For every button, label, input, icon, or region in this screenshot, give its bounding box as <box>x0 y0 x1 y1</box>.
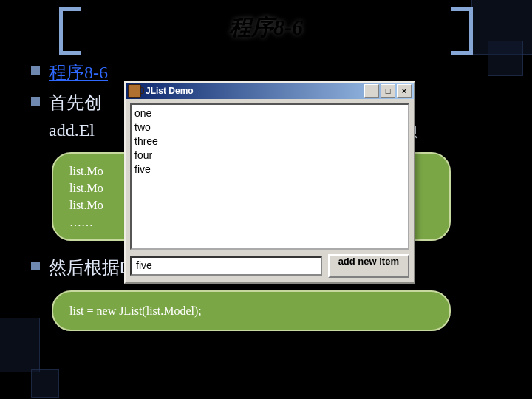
list-item[interactable]: four <box>134 149 405 163</box>
maximize-button[interactable]: □ <box>381 84 395 98</box>
list-item[interactable]: two <box>134 120 405 134</box>
program-link[interactable]: 程序8-6 <box>49 63 108 82</box>
add-new-item-button[interactable]: add new item <box>328 254 409 278</box>
jlist-list[interactable]: one two three four five <box>130 103 409 250</box>
minimize-button[interactable]: _ <box>364 84 379 98</box>
jlist-demo-window: JList Demo _ □ × one two three four five… <box>124 81 415 284</box>
list-item[interactable]: three <box>134 134 405 149</box>
close-button[interactable]: × <box>397 84 412 98</box>
new-item-input[interactable]: five <box>130 256 322 276</box>
java-cup-icon <box>128 84 141 98</box>
slide-title: 程序8-6 <box>59 7 473 47</box>
window-titlebar[interactable]: JList Demo _ □ × <box>126 83 414 99</box>
list-item[interactable]: five <box>134 163 405 177</box>
code-box-2: list = new JList(list.Model); <box>52 290 451 331</box>
slide-title-bar: 程序8-6 <box>59 7 473 47</box>
window-title: JList Demo <box>146 86 363 96</box>
list-item[interactable]: one <box>134 106 405 120</box>
